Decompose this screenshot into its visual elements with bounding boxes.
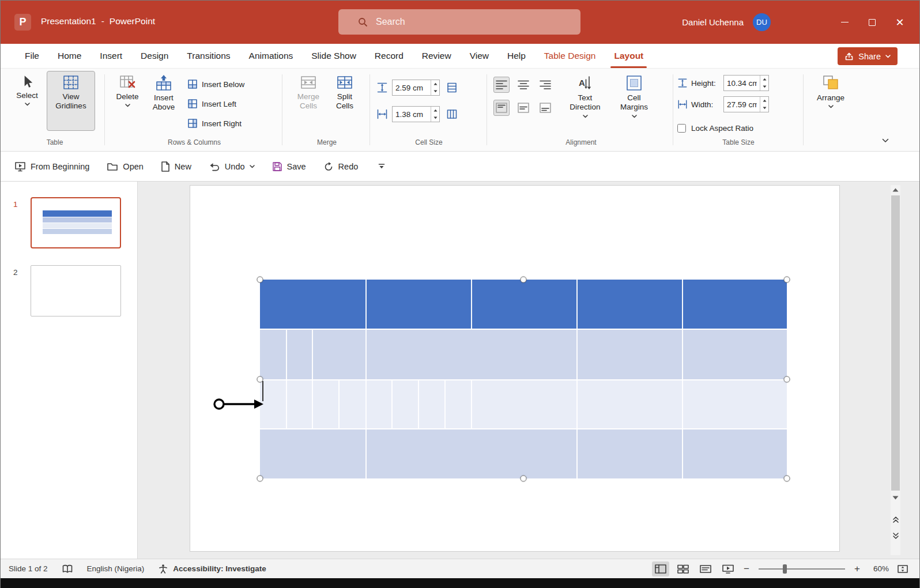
accessibility-checker[interactable]: Accessibility: Investigate <box>158 564 266 574</box>
cell-margins-label: Cell Margins <box>619 93 650 112</box>
table-height-input[interactable] <box>724 76 760 91</box>
distribute-rows-button[interactable] <box>444 80 460 96</box>
select-button[interactable]: Select <box>11 71 43 131</box>
table-resize-handle-bottom-center[interactable] <box>521 476 527 482</box>
column-width-input[interactable] <box>393 107 431 122</box>
tab-layout[interactable]: Layout <box>605 44 653 68</box>
column-width-increase-button[interactable] <box>431 107 439 114</box>
table-resize-handle-middle-right[interactable] <box>784 376 790 383</box>
customize-qat-button[interactable] <box>378 163 386 170</box>
text-direction-button[interactable]: A Text Direction <box>566 71 604 131</box>
zoom-slider-track <box>759 568 845 570</box>
fit-slide-to-window-button[interactable] <box>894 561 911 576</box>
table-width-input[interactable] <box>724 97 760 112</box>
table-row-3[interactable] <box>260 379 787 428</box>
table-header-row[interactable] <box>260 280 787 329</box>
distribute-columns-button[interactable] <box>444 106 460 122</box>
zoom-in-button[interactable]: + <box>853 563 862 575</box>
slide-table[interactable] <box>260 280 787 478</box>
view-gridlines-button[interactable]: View Gridlines <box>47 71 95 131</box>
table-width-decrease-button[interactable] <box>760 104 768 112</box>
tab-view[interactable]: View <box>461 44 498 68</box>
tab-transitions[interactable]: Transitions <box>178 44 239 68</box>
tab-record[interactable]: Record <box>365 44 413 68</box>
row-height-decrease-button[interactable] <box>431 88 439 95</box>
align-top-button[interactable] <box>493 100 510 116</box>
slide-canvas[interactable] <box>190 185 840 552</box>
tab-slide-show[interactable]: Slide Show <box>302 44 365 68</box>
align-middle-button[interactable] <box>515 100 531 116</box>
from-beginning-button[interactable]: From Beginning <box>14 161 89 172</box>
share-button[interactable]: Share <box>838 47 898 65</box>
slide-sorter-view-button[interactable] <box>674 561 692 576</box>
search-box[interactable]: Search <box>338 9 580 35</box>
previous-slide-button[interactable] <box>891 515 900 524</box>
account-user-name[interactable]: Daniel Uchenna <box>682 17 744 27</box>
slide-show-view-button[interactable] <box>719 561 737 576</box>
slide-2-thumbnail[interactable] <box>31 265 121 316</box>
slide-indicator[interactable]: Slide 1 of 2 <box>9 564 48 573</box>
zoom-out-button[interactable]: − <box>742 563 751 575</box>
insert-below-button[interactable]: Insert Below <box>185 74 247 94</box>
insert-left-button[interactable]: Insert Left <box>185 94 247 114</box>
table-resize-handle-bottom-right[interactable] <box>784 476 790 482</box>
open-button[interactable]: Open <box>107 161 143 172</box>
align-bottom-button[interactable] <box>537 100 553 116</box>
new-button[interactable]: New <box>161 161 191 172</box>
table-resize-handle-top-right[interactable] <box>784 277 790 283</box>
tab-insert[interactable]: Insert <box>91 44 131 68</box>
scroll-down-button[interactable] <box>891 493 900 502</box>
cell-margins-button[interactable]: Cell Margins <box>616 71 653 131</box>
delete-button[interactable]: Delete <box>112 71 142 131</box>
table-resize-handle-top-left[interactable] <box>257 277 263 283</box>
save-button[interactable]: Save <box>272 161 306 172</box>
tab-design[interactable]: Design <box>131 44 178 68</box>
table-resize-handle-middle-left[interactable] <box>257 376 263 383</box>
tab-animations[interactable]: Animations <box>240 44 303 68</box>
table-height-decrease-button[interactable] <box>760 83 768 91</box>
lock-aspect-ratio-checkbox[interactable] <box>677 124 686 133</box>
spell-check-button[interactable] <box>62 564 73 574</box>
insert-below-label: Insert Below <box>202 80 244 89</box>
split-cells-button[interactable]: Split Cells <box>329 71 360 131</box>
align-left-button[interactable] <box>493 77 510 93</box>
vertical-scrollbar[interactable] <box>891 185 900 555</box>
close-button[interactable]: ✕ <box>886 1 914 44</box>
merge-cells-button[interactable]: Merge Cells <box>291 71 326 131</box>
reading-view-button[interactable] <box>697 561 714 576</box>
row-height-input[interactable] <box>393 80 431 95</box>
tab-help[interactable]: Help <box>498 44 535 68</box>
tab-table-design[interactable]: Table Design <box>535 44 605 68</box>
collapse-ribbon-button[interactable] <box>879 136 892 145</box>
table-width-increase-button[interactable] <box>760 97 768 104</box>
table-resize-handle-top-center[interactable] <box>521 277 527 283</box>
table-resize-handle-bottom-left[interactable] <box>257 476 263 482</box>
undo-button[interactable]: Undo <box>209 161 255 172</box>
minimize-button[interactable] <box>831 1 858 44</box>
scroll-up-button[interactable] <box>891 185 900 194</box>
zoom-slider-thumb[interactable] <box>783 564 787 574</box>
align-right-button[interactable] <box>537 77 553 93</box>
align-center-button[interactable] <box>515 77 531 93</box>
table-row-4[interactable] <box>260 428 787 478</box>
zoom-slider[interactable] <box>759 564 845 574</box>
insert-above-button[interactable]: Insert Above <box>147 71 180 131</box>
next-slide-button[interactable] <box>891 531 900 540</box>
tab-home[interactable]: Home <box>48 44 91 68</box>
tab-review[interactable]: Review <box>413 44 461 68</box>
table-height-increase-button[interactable] <box>760 76 768 83</box>
row-height-increase-button[interactable] <box>431 80 439 88</box>
table-row-2[interactable] <box>260 329 787 379</box>
account-avatar[interactable]: DU <box>753 13 771 31</box>
normal-view-button[interactable] <box>652 561 669 576</box>
column-width-decrease-button[interactable] <box>431 114 439 122</box>
language-indicator[interactable]: English (Nigeria) <box>87 564 145 573</box>
arrange-button[interactable]: Arrange <box>811 71 850 131</box>
tab-file[interactable]: File <box>16 44 48 68</box>
scrollbar-thumb[interactable] <box>891 195 900 491</box>
insert-right-button[interactable]: Insert Right <box>185 114 247 133</box>
slide-1-thumbnail[interactable] <box>31 197 121 248</box>
zoom-level[interactable]: 60% <box>867 564 889 573</box>
redo-button[interactable]: Redo <box>323 161 359 172</box>
maximize-button[interactable] <box>858 1 886 44</box>
